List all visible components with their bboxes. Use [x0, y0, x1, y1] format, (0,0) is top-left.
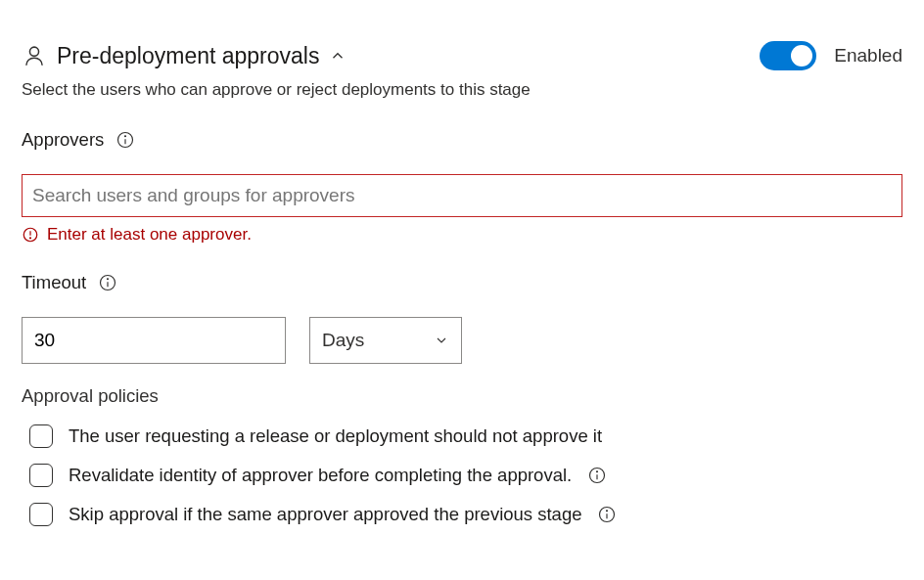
svg-point-3	[125, 136, 126, 137]
enabled-toggle[interactable]	[760, 41, 816, 70]
chevron-down-icon	[434, 333, 449, 348]
policy-row-revalidate: Revalidate identity of approver before c…	[29, 464, 902, 487]
policy-checkbox[interactable]	[29, 503, 53, 526]
info-icon[interactable]	[98, 273, 117, 292]
enabled-toggle-label: Enabled	[834, 45, 902, 67]
policy-label: The user requesting a release or deploym…	[69, 425, 602, 447]
policy-label: Revalidate identity of approver before c…	[69, 465, 572, 486]
policy-checkbox[interactable]	[29, 424, 53, 448]
person-icon	[22, 43, 47, 68]
svg-point-9	[108, 279, 109, 280]
section-title-toggle[interactable]: Pre-deployment approvals	[22, 43, 346, 69]
svg-point-0	[29, 47, 38, 56]
approvers-error: Enter at least one approver.	[22, 225, 902, 245]
svg-point-15	[607, 511, 608, 512]
timeout-label-row: Timeout	[22, 272, 902, 293]
svg-point-12	[597, 471, 598, 472]
info-icon[interactable]	[116, 130, 135, 150]
policy-row-skip: Skip approval if the same approver appro…	[29, 503, 902, 526]
approvers-label: Approvers	[22, 129, 104, 151]
approvers-search-input[interactable]	[22, 174, 902, 217]
approval-policies-title: Approval policies	[22, 385, 902, 407]
timeout-inputs: Days	[22, 317, 902, 364]
policy-checkbox[interactable]	[29, 464, 53, 487]
section-subtitle: Select the users who can approve or reje…	[22, 80, 902, 100]
policy-label: Skip approval if the same approver appro…	[69, 504, 581, 525]
enabled-toggle-group: Enabled	[760, 41, 902, 70]
error-icon	[22, 226, 39, 244]
timeout-unit-value: Days	[322, 330, 364, 351]
svg-point-6	[30, 238, 31, 239]
timeout-value-input[interactable]	[22, 317, 286, 364]
timeout-label: Timeout	[22, 272, 86, 293]
approvers-label-row: Approvers	[22, 129, 902, 151]
timeout-unit-select[interactable]: Days	[309, 317, 462, 364]
section-title: Pre-deployment approvals	[57, 43, 319, 69]
section-header: Pre-deployment approvals Enabled	[22, 41, 902, 70]
chevron-up-icon	[329, 47, 346, 65]
policy-row-requester: The user requesting a release or deploym…	[29, 424, 902, 448]
approvers-error-text: Enter at least one approver.	[47, 225, 252, 245]
info-icon[interactable]	[597, 505, 617, 524]
info-icon[interactable]	[587, 466, 607, 485]
toggle-knob	[791, 45, 812, 67]
